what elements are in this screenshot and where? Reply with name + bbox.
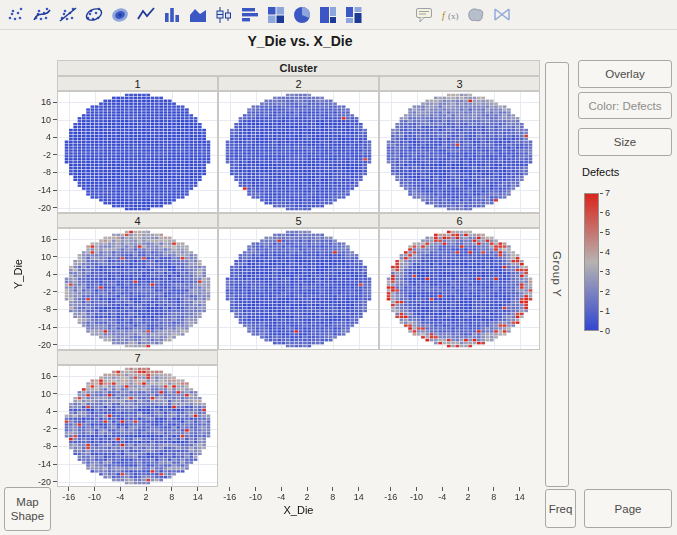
x-tick-mark (229, 487, 230, 491)
x-tick-label: 14 (509, 492, 531, 502)
x-tick-label: 14 (348, 492, 370, 502)
y-tick-mark (53, 190, 57, 191)
x-tick-mark (171, 487, 172, 491)
legend-tick-mark (600, 193, 603, 194)
x-tick-label: -4 (270, 492, 292, 502)
size-drop-zone-label: Size (614, 136, 636, 148)
toolbar-icon-area[interactable] (186, 3, 210, 27)
y-tick-mark (53, 481, 57, 482)
toolbar-icon-heatmap[interactable] (264, 3, 288, 27)
y-tick-mark (53, 154, 57, 155)
y-tick-label: -20 (25, 340, 51, 350)
panel-label-3: 3 (379, 76, 540, 91)
smoother-icon (32, 5, 52, 25)
y-tick-label: -14 (25, 459, 51, 469)
y-tick-label: 10 (25, 389, 51, 399)
histogram-icon (240, 5, 260, 25)
panel-label-6: 6 (379, 213, 540, 228)
formula-icon: f(x) (440, 5, 460, 25)
legend-tick-label: 5 (605, 227, 619, 237)
x-tick-label: 8 (483, 492, 505, 502)
toolbar-icon-contour[interactable] (108, 3, 132, 27)
contour-icon (110, 5, 130, 25)
panel-cluster-1 (57, 91, 218, 213)
y-tick-mark (53, 239, 57, 240)
y-tick-mark (53, 207, 57, 208)
toolbar-icon-treemap[interactable] (316, 3, 340, 27)
toolbar-icon-smoother[interactable] (30, 3, 54, 27)
legend-tick-label: 4 (605, 247, 619, 257)
wafer-map-cluster-4[interactable] (58, 229, 217, 349)
toolbar-icon-histogram[interactable] (238, 3, 262, 27)
toolbar-icon-box-plot[interactable] (212, 3, 236, 27)
trellis-plot: Cluster123456716104-2-8-14-2016104-2-8-1… (0, 52, 677, 535)
toolbar-icon-pie[interactable] (290, 3, 314, 27)
legend-tick-label: 7 (605, 188, 619, 198)
panel-label-4: 4 (57, 213, 218, 228)
freq-drop-zone[interactable]: Freq (545, 489, 576, 528)
size-drop-zone[interactable]: Size (578, 128, 672, 156)
points-icon (6, 5, 26, 25)
y-tick-label: -8 (25, 167, 51, 177)
legend-tick-mark (600, 212, 603, 213)
x-tick-label: -10 (84, 492, 106, 502)
y-tick-mark (53, 376, 57, 377)
panel-cluster-7 (57, 365, 218, 487)
color-drop-zone[interactable]: Color: Defects (578, 92, 672, 119)
y-tick-mark (53, 291, 57, 292)
wafer-map-cluster-7[interactable] (58, 366, 217, 486)
toolbar-icon-formula[interactable]: f(x) (438, 3, 462, 27)
wafer-map-cluster-1[interactable] (58, 92, 217, 212)
x-tick-mark (281, 487, 282, 491)
group-y-drop-zone[interactable]: Group Y (545, 62, 569, 487)
page-drop-zone[interactable]: Page (584, 489, 672, 528)
parallel-icon (492, 5, 512, 25)
defects-color-gradient[interactable] (584, 193, 599, 331)
toolbar-icon-caption-box[interactable] (412, 3, 436, 27)
map-shape-drop-zone[interactable]: Map Shape (4, 487, 51, 531)
toolbar-icon-mosaic[interactable] (342, 3, 366, 27)
legend-tick-label: 2 (605, 287, 619, 297)
y-tick-label: 10 (25, 115, 51, 125)
box-plot-icon (214, 5, 234, 25)
x-axis-label: X_Die (57, 504, 540, 516)
x-tick-label: -10 (245, 492, 267, 502)
x-tick-mark (146, 487, 147, 491)
x-tick-mark (519, 487, 520, 491)
x-tick-mark (416, 487, 417, 491)
toolbar-icon-line[interactable] (134, 3, 158, 27)
freq-drop-zone-label: Freq (549, 503, 573, 515)
x-tick-mark (390, 487, 391, 491)
wafer-map-cluster-2[interactable] (219, 92, 378, 212)
legend-tick-mark (600, 291, 603, 292)
x-tick-label: -16 (219, 492, 241, 502)
y-tick-label: 16 (25, 371, 51, 381)
caption-box-icon (414, 5, 434, 25)
toolbar-icon-points[interactable] (4, 3, 28, 27)
toolbar-icon-map-shapes[interactable] (464, 3, 488, 27)
y-tick-mark (53, 172, 57, 173)
panel-cluster-4 (57, 228, 218, 350)
legend-tick-mark (600, 271, 603, 272)
panel-label-7: 7 (57, 350, 218, 365)
wafer-map-cluster-6[interactable] (380, 229, 539, 349)
legend-title: Defects (582, 166, 619, 178)
map-shapes-icon (466, 5, 486, 25)
x-tick-mark (442, 487, 443, 491)
panel-label-2: 2 (218, 76, 379, 91)
cluster-header-band: Cluster (57, 60, 540, 76)
panel-cluster-3 (379, 91, 540, 213)
toolbar-icon-ellipse[interactable] (82, 3, 106, 27)
toolbar-icon-parallel[interactable] (490, 3, 514, 27)
overlay-drop-zone[interactable]: Overlay (578, 60, 672, 88)
y-tick-mark (53, 393, 57, 394)
wafer-map-cluster-5[interactable] (219, 229, 378, 349)
panel-cluster-5 (218, 228, 379, 350)
toolbar-icon-bar[interactable] (160, 3, 184, 27)
toolbar-icon-line-of-fit[interactable] (56, 3, 80, 27)
wafer-map-cluster-3[interactable] (380, 92, 539, 212)
panel-label-1: 1 (57, 76, 218, 91)
pie-icon (292, 5, 312, 25)
x-tick-label: -4 (431, 492, 453, 502)
y-tick-label: -2 (25, 424, 51, 434)
